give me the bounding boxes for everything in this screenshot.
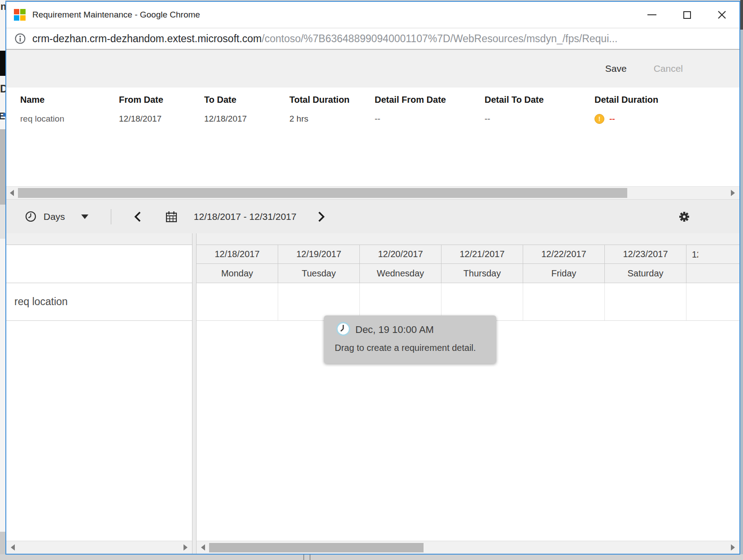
scroll-left-arrow[interactable] (201, 544, 205, 551)
tooltip-clock-icon (336, 321, 351, 338)
cell-to-date: 12/18/2017 (204, 114, 289, 124)
close-button[interactable] (704, 2, 739, 28)
grid-cell[interactable] (278, 283, 360, 320)
url-path: /contoso/%7B636488990940001107%7D/WebRes… (262, 33, 617, 45)
grid-horizontal-scrollbar[interactable] (197, 541, 739, 554)
url-domain: crm-dezhan.crm-dezhandom.extest.microsof… (32, 33, 262, 45)
close-icon (717, 10, 727, 20)
minimize-button[interactable] (634, 2, 669, 28)
address-bar[interactable]: crm-dezhan.crm-dezhandom.extest.microsof… (6, 28, 739, 50)
calendar-date-cell: 12/24/2017 (686, 245, 739, 264)
cell-name: req location (20, 114, 119, 124)
tooltip-hint: Drag to create a requirement detail. (335, 343, 476, 353)
calendar-day-cell: Thursday (441, 264, 523, 283)
table-row[interactable]: req location 12/18/2017 12/18/2017 2 hrs… (6, 114, 739, 124)
resource-panel: req location (6, 233, 192, 554)
column-header-name: Name (20, 95, 119, 105)
scrollbar-thumb[interactable] (18, 188, 627, 198)
maximize-button[interactable] (669, 2, 704, 28)
scroll-left-arrow[interactable] (10, 190, 14, 196)
column-header-detail-from-date: Detail From Date (375, 95, 485, 105)
background-block (0, 129, 5, 205)
calendar-date-cell: 12/22/2017 (523, 245, 605, 264)
save-button[interactable]: Save (605, 63, 627, 74)
cell-detail-to-date: -- (485, 114, 594, 124)
resource-panel-gap (6, 233, 192, 245)
drag-tooltip: Dec, 19 10:00 AM Drag to create a requir… (324, 315, 496, 363)
cell-from-date: 12/18/2017 (119, 114, 204, 124)
calendar-grid: 12/18/201712/19/201712/20/201712/21/2017… (197, 233, 739, 554)
grid-cell[interactable] (441, 283, 523, 320)
calendar-date-cell: 12/19/2017 (278, 245, 360, 264)
gear-icon[interactable] (677, 210, 691, 223)
calendar-grid-gap (197, 233, 739, 245)
schedule-board-toolbar: Days 12/18/2017 - 12/31/2017 (6, 200, 739, 233)
resource-row[interactable]: req location (6, 283, 192, 321)
grid-cell[interactable] (605, 283, 686, 320)
maximize-icon (683, 11, 691, 19)
scroll-right-arrow[interactable] (731, 190, 735, 196)
warning-icon: ! (594, 114, 604, 124)
requirement-table: Name From Date To Date Total Duration De… (6, 88, 739, 186)
grid-cell[interactable] (523, 283, 605, 320)
toolbar-divider (111, 209, 111, 224)
resource-panel-scrollbar[interactable] (6, 541, 192, 554)
background-block (0, 205, 5, 239)
calendar-day-cell: Friday (523, 264, 605, 283)
cancel-button[interactable]: Cancel (654, 63, 683, 74)
scroll-right-arrow[interactable] (184, 544, 188, 551)
calendar-day-cell: Monday (197, 264, 278, 283)
calendar-day-row: MondayTuesdayWednesdayThursdayFridaySatu… (197, 264, 739, 283)
background-block (0, 51, 5, 76)
calendar-date-cell: 12/23/2017 (605, 245, 686, 264)
clock-icon (25, 211, 36, 222)
column-header-to-date: To Date (204, 95, 289, 105)
cell-detail-from-date: -- (375, 114, 485, 124)
background-page-right-strip (740, 0, 743, 560)
app-favicon-icon (14, 9, 26, 21)
detail-duration-value: -- (609, 114, 615, 124)
page-info-icon[interactable] (14, 33, 26, 44)
column-header-detail-duration: Detail Duration (594, 95, 739, 105)
grid-cell[interactable] (197, 283, 278, 320)
calendar-icon[interactable] (165, 210, 178, 223)
cell-detail-duration: ! -- (594, 114, 739, 124)
chevron-down-icon[interactable] (81, 214, 88, 219)
calendar-date-cell: 12/18/2017 (197, 245, 278, 264)
background-page-left-strip: n D E (0, 0, 5, 560)
calendar-day-cell: Tuesday (278, 264, 360, 283)
calendar-date-row: 12/18/201712/19/201712/20/201712/21/2017… (197, 245, 739, 264)
column-header-total-duration: Total Duration (289, 95, 375, 105)
scrollbar-thumb[interactable] (209, 543, 424, 552)
view-mode-dropdown[interactable]: Days (44, 211, 65, 222)
calendar-date-cell: 12/20/2017 (360, 245, 441, 264)
requirement-table-header: Name From Date To Date Total Duration De… (6, 95, 739, 105)
column-header-detail-to-date: Detail To Date (485, 95, 594, 105)
grid-cell[interactable] (686, 283, 739, 320)
tooltip-time: Dec, 19 10:00 AM (355, 324, 434, 336)
window-controls (634, 2, 739, 28)
background-text-fragment: D (0, 83, 5, 95)
screen: n D E Requirement Maintenance - Google C… (0, 0, 743, 560)
background-block (740, 0, 743, 30)
calendar-date-cell: 12/21/2017 (441, 245, 523, 264)
column-header-from-date: From Date (119, 95, 204, 105)
action-bar: Save Cancel (6, 50, 739, 88)
window-title: Requirement Maintenance - Google Chrome (32, 10, 200, 20)
scroll-left-arrow[interactable] (11, 544, 15, 551)
grid-cell[interactable] (360, 283, 441, 320)
table-horizontal-scrollbar[interactable] (6, 186, 739, 200)
background-page-bottom-strip (0, 554, 743, 560)
window-titlebar: Requirement Maintenance - Google Chrome (6, 2, 739, 28)
calendar-day-cell (686, 264, 739, 283)
scroll-right-arrow[interactable] (731, 544, 735, 551)
next-period-button[interactable] (317, 211, 325, 223)
previous-period-button[interactable] (134, 211, 142, 223)
background-tick (303, 554, 304, 560)
cell-total-duration: 2 hrs (289, 114, 375, 124)
resource-panel-header (6, 245, 192, 283)
schedule-board: req location 12/18/201712/19/201712/20/2… (6, 233, 739, 554)
panel-splitter[interactable] (192, 233, 197, 554)
minimize-icon (647, 14, 656, 15)
calendar-day-cell: Saturday (605, 264, 686, 283)
